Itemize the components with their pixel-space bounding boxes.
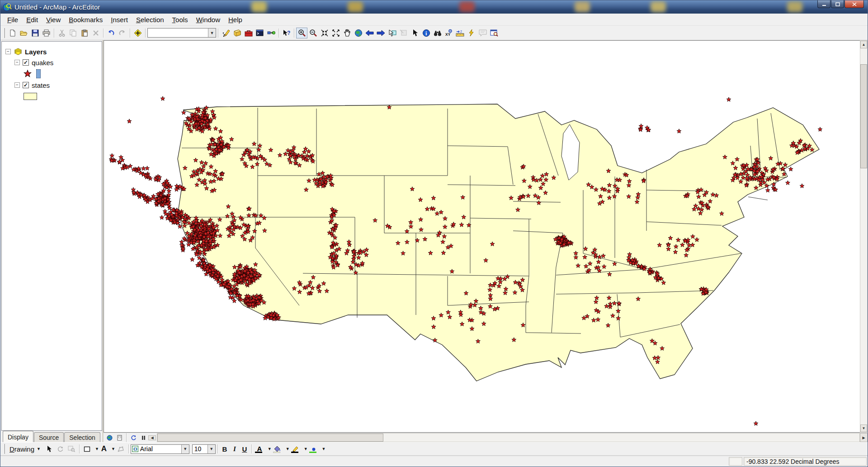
- identify-button[interactable]: i: [420, 28, 432, 38]
- menu-bookmarks[interactable]: Bookmarks: [65, 14, 107, 25]
- zoom-out-button[interactable]: [307, 28, 319, 38]
- map-canvas[interactable]: [104, 40, 860, 433]
- zoom-in-button[interactable]: [296, 28, 307, 38]
- refresh-view-button[interactable]: [128, 434, 138, 442]
- chevron-down-icon[interactable]: ▼: [111, 447, 115, 451]
- vertical-scroll-thumb[interactable]: [860, 64, 867, 168]
- select-elements-button[interactable]: [409, 28, 420, 38]
- states-symbol-row[interactable]: [5, 91, 102, 102]
- maximize-button[interactable]: [831, 0, 844, 8]
- paste-button[interactable]: [79, 28, 90, 38]
- line-color-button[interactable]: [290, 444, 302, 454]
- horizontal-scroll-thumb[interactable]: [157, 434, 383, 442]
- open-folder-button[interactable]: [18, 28, 29, 38]
- full-extent-globe-button[interactable]: [353, 28, 364, 38]
- print-button[interactable]: [41, 28, 52, 38]
- new-rectangle-tool[interactable]: [81, 443, 93, 454]
- tab-display[interactable]: Display: [3, 431, 33, 442]
- polygon-fill-symbol[interactable]: [24, 93, 37, 100]
- go-to-xy-button[interactable]: XY: [443, 28, 454, 38]
- collapse-icon[interactable]: −: [14, 60, 20, 65]
- font-name-combo[interactable]: O Arial ▼: [131, 444, 189, 454]
- html-popup-button[interactable]: [477, 28, 488, 38]
- chevron-down-icon[interactable]: ▼: [208, 445, 215, 453]
- save-button[interactable]: [29, 28, 41, 38]
- chevron-down-icon[interactable]: ▼: [95, 447, 99, 451]
- command-window-button[interactable]: [254, 28, 265, 38]
- menu-file[interactable]: File: [3, 14, 22, 25]
- menu-selection[interactable]: Selection: [132, 14, 168, 25]
- arccatalog-button[interactable]: [231, 28, 243, 38]
- select-features-button[interactable]: [387, 28, 398, 38]
- pan-hand-button[interactable]: [341, 28, 353, 38]
- marker-color-button[interactable]: [308, 444, 320, 454]
- add-data-button[interactable]: [132, 28, 143, 38]
- chevron-down-icon[interactable]: ▼: [286, 447, 290, 451]
- arctoolbox-button[interactable]: [243, 28, 254, 38]
- scroll-up-icon[interactable]: ▲: [860, 41, 867, 48]
- new-text-tool[interactable]: A: [99, 444, 109, 454]
- measure-button[interactable]: 2: [454, 28, 466, 38]
- tab-source[interactable]: Source: [34, 432, 64, 442]
- toc-layer-states[interactable]: − ✓ states: [5, 80, 102, 91]
- go-back-button[interactable]: [364, 28, 375, 38]
- close-button[interactable]: [844, 0, 864, 8]
- hyperlink-lightning-button[interactable]: [466, 28, 477, 38]
- map-scale-combo[interactable]: ▼: [147, 28, 216, 38]
- editor-toolbar-button[interactable]: [220, 28, 231, 38]
- menu-insert[interactable]: Insert: [107, 14, 132, 25]
- select-elements-button[interactable]: [43, 443, 55, 454]
- redo-button[interactable]: [117, 28, 128, 38]
- rotate-element-button[interactable]: [55, 443, 66, 454]
- chevron-down-icon[interactable]: ▼: [304, 447, 308, 451]
- toc-layer-quakes[interactable]: − ✓ quakes: [5, 57, 102, 68]
- bold-button[interactable]: B: [220, 444, 230, 454]
- menu-help[interactable]: Help: [224, 14, 246, 25]
- vertical-scrollbar[interactable]: ▲ ▼: [860, 40, 868, 433]
- font-size-combo[interactable]: 10 ▼: [192, 444, 216, 454]
- toolbar-grip[interactable]: [4, 444, 5, 454]
- scroll-left-icon[interactable]: ◀: [148, 435, 156, 440]
- chevron-down-icon[interactable]: ▼: [181, 445, 189, 453]
- minimize-button[interactable]: [817, 0, 830, 8]
- menu-tools[interactable]: Tools: [168, 14, 192, 25]
- zoom-to-selected-button[interactable]: [66, 443, 77, 454]
- title-bar[interactable]: Untitled - ArcMap - ArcEditor: [0, 0, 868, 14]
- fixed-zoom-out-button[interactable]: [330, 28, 341, 38]
- states-visibility-checkbox[interactable]: ✓: [23, 82, 29, 88]
- tab-selection[interactable]: Selection: [64, 432, 100, 442]
- font-color-button[interactable]: A: [254, 444, 265, 454]
- chevron-down-icon[interactable]: ▼: [322, 447, 326, 451]
- menu-edit[interactable]: Edit: [22, 14, 42, 25]
- undo-button[interactable]: [105, 28, 117, 38]
- whats-this-help-button[interactable]: ?: [281, 28, 292, 38]
- collapse-icon[interactable]: −: [14, 82, 20, 88]
- toolbar-grip[interactable]: [4, 28, 5, 38]
- pause-drawing-button[interactable]: [138, 434, 148, 442]
- copy-button[interactable]: [67, 28, 79, 38]
- go-forward-button[interactable]: [375, 28, 387, 38]
- edit-vertices-button[interactable]: [115, 443, 127, 454]
- find-binoculars-button[interactable]: [432, 28, 443, 38]
- red-star-symbol[interactable]: [24, 70, 32, 78]
- chevron-down-icon[interactable]: ▼: [208, 29, 216, 37]
- quakes-visibility-checkbox[interactable]: ✓: [23, 59, 29, 66]
- fixed-zoom-in-button[interactable]: [319, 28, 330, 38]
- cut-button[interactable]: [56, 28, 67, 38]
- fill-color-button[interactable]: [272, 444, 283, 454]
- quakes-symbol-row[interactable]: [5, 68, 102, 80]
- menu-view[interactable]: View: [42, 14, 65, 25]
- delete-button[interactable]: [90, 28, 101, 38]
- chevron-down-icon[interactable]: ▼: [268, 447, 272, 451]
- modelbuilder-button[interactable]: [265, 28, 277, 38]
- layout-view-button[interactable]: [114, 434, 124, 442]
- viewer-window-button[interactable]: [488, 28, 500, 38]
- toc-root-layers[interactable]: − Layers: [5, 46, 102, 57]
- scroll-down-icon[interactable]: ▼: [860, 424, 867, 432]
- symbol-selection-highlight[interactable]: [36, 69, 41, 78]
- horizontal-scrollbar[interactable]: [157, 433, 860, 442]
- menu-window[interactable]: Window: [192, 14, 224, 25]
- collapse-icon[interactable]: −: [5, 49, 11, 54]
- clear-selection-button[interactable]: [398, 28, 409, 38]
- data-view-button[interactable]: [104, 434, 114, 442]
